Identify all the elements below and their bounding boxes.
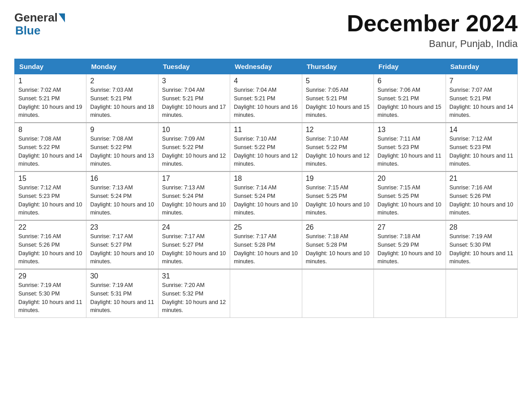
day-info: Sunrise: 7:14 AMSunset: 5:24 PMDaylight:… (234, 184, 297, 216)
calendar-day-cell: 14 Sunrise: 7:12 AMSunset: 5:23 PMDaylig… (446, 123, 517, 171)
calendar-day-cell: 13 Sunrise: 7:11 AMSunset: 5:23 PMDaylig… (374, 123, 446, 171)
calendar-day-cell: 20 Sunrise: 7:15 AMSunset: 5:25 PMDaylig… (374, 171, 446, 220)
calendar-day-cell: 22 Sunrise: 7:16 AMSunset: 5:26 PMDaylig… (15, 220, 86, 269)
day-info: Sunrise: 7:19 AMSunset: 5:30 PMDaylight:… (450, 233, 513, 265)
calendar-day-cell: 24 Sunrise: 7:17 AMSunset: 5:27 PMDaylig… (158, 220, 230, 269)
calendar-day-cell (302, 269, 373, 318)
day-number: 21 (450, 175, 514, 183)
day-info: Sunrise: 7:13 AMSunset: 5:24 PMDaylight:… (162, 184, 226, 216)
calendar-day-cell: 9 Sunrise: 7:08 AMSunset: 5:22 PMDayligh… (86, 123, 158, 171)
calendar-day-cell: 29 Sunrise: 7:19 AMSunset: 5:30 PMDaylig… (15, 269, 86, 318)
day-info: Sunrise: 7:07 AMSunset: 5:21 PMDaylight:… (450, 87, 513, 118)
day-number: 11 (234, 126, 298, 134)
header-friday: Friday (374, 59, 446, 74)
calendar-day-cell: 12 Sunrise: 7:10 AMSunset: 5:22 PMDaylig… (302, 123, 373, 171)
calendar-day-cell: 25 Sunrise: 7:17 AMSunset: 5:28 PMDaylig… (230, 220, 302, 269)
calendar-day-cell: 17 Sunrise: 7:13 AMSunset: 5:24 PMDaylig… (158, 171, 230, 220)
day-number: 27 (378, 223, 442, 231)
day-info: Sunrise: 7:18 AMSunset: 5:29 PMDaylight:… (378, 233, 441, 265)
day-info: Sunrise: 7:06 AMSunset: 5:21 PMDaylight:… (378, 87, 441, 118)
logo: General Blue (14, 11, 65, 38)
day-number: 5 (306, 77, 370, 85)
day-info: Sunrise: 7:09 AMSunset: 5:22 PMDaylight:… (162, 136, 226, 167)
header-wednesday: Wednesday (230, 59, 302, 74)
day-info: Sunrise: 7:08 AMSunset: 5:22 PMDaylight:… (90, 136, 154, 167)
header-sunday: Sunday (15, 59, 86, 74)
calendar-day-cell: 31 Sunrise: 7:20 AMSunset: 5:32 PMDaylig… (158, 269, 230, 318)
day-number: 15 (18, 175, 82, 183)
logo-arrow-icon (59, 13, 65, 22)
day-info: Sunrise: 7:13 AMSunset: 5:24 PMDaylight:… (90, 184, 154, 216)
day-number: 28 (450, 223, 514, 231)
day-number: 24 (162, 223, 226, 231)
day-number: 1 (18, 77, 82, 85)
calendar-day-cell: 15 Sunrise: 7:12 AMSunset: 5:23 PMDaylig… (15, 171, 86, 220)
calendar-day-cell: 3 Sunrise: 7:04 AMSunset: 5:21 PMDayligh… (158, 74, 230, 123)
day-number: 18 (234, 175, 298, 183)
day-info: Sunrise: 7:12 AMSunset: 5:23 PMDaylight:… (18, 184, 82, 216)
logo-blue-text: Blue (15, 24, 40, 38)
title-block: December 2024 Banur, Punjab, India (347, 11, 518, 50)
header-tuesday: Tuesday (158, 59, 230, 74)
day-info: Sunrise: 7:04 AMSunset: 5:21 PMDaylight:… (234, 87, 297, 118)
calendar-day-cell: 4 Sunrise: 7:04 AMSunset: 5:21 PMDayligh… (230, 74, 302, 123)
day-number: 10 (162, 126, 226, 134)
day-info: Sunrise: 7:02 AMSunset: 5:21 PMDaylight:… (18, 87, 82, 118)
day-number: 12 (306, 126, 370, 134)
day-number: 7 (450, 77, 514, 85)
calendar-table: Sunday Monday Tuesday Wednesday Thursday… (14, 59, 518, 318)
day-number: 31 (162, 272, 226, 280)
calendar-day-cell: 16 Sunrise: 7:13 AMSunset: 5:24 PMDaylig… (86, 171, 158, 220)
day-number: 23 (90, 223, 154, 231)
header-monday: Monday (86, 59, 158, 74)
day-info: Sunrise: 7:08 AMSunset: 5:22 PMDaylight:… (18, 136, 82, 167)
day-info: Sunrise: 7:05 AMSunset: 5:21 PMDaylight:… (306, 87, 369, 118)
calendar-day-cell (374, 269, 446, 318)
day-number: 22 (18, 223, 82, 231)
day-info: Sunrise: 7:18 AMSunset: 5:28 PMDaylight:… (306, 233, 369, 265)
day-info: Sunrise: 7:15 AMSunset: 5:25 PMDaylight:… (306, 184, 369, 216)
calendar-week-row: 1 Sunrise: 7:02 AMSunset: 5:21 PMDayligh… (15, 74, 518, 123)
calendar-day-cell: 7 Sunrise: 7:07 AMSunset: 5:21 PMDayligh… (446, 74, 517, 123)
calendar-day-cell: 23 Sunrise: 7:17 AMSunset: 5:27 PMDaylig… (86, 220, 158, 269)
calendar-day-cell: 19 Sunrise: 7:15 AMSunset: 5:25 PMDaylig… (302, 171, 373, 220)
day-number: 26 (306, 223, 370, 231)
calendar-day-cell: 6 Sunrise: 7:06 AMSunset: 5:21 PMDayligh… (374, 74, 446, 123)
day-info: Sunrise: 7:04 AMSunset: 5:21 PMDaylight:… (162, 87, 226, 118)
calendar-day-cell: 30 Sunrise: 7:19 AMSunset: 5:31 PMDaylig… (86, 269, 158, 318)
day-info: Sunrise: 7:16 AMSunset: 5:26 PMDaylight:… (450, 184, 513, 216)
day-info: Sunrise: 7:19 AMSunset: 5:30 PMDaylight:… (18, 282, 82, 313)
calendar-day-cell: 21 Sunrise: 7:16 AMSunset: 5:26 PMDaylig… (446, 171, 517, 220)
day-number: 16 (90, 175, 154, 183)
calendar-day-cell: 28 Sunrise: 7:19 AMSunset: 5:30 PMDaylig… (446, 220, 517, 269)
calendar-week-row: 22 Sunrise: 7:16 AMSunset: 5:26 PMDaylig… (15, 220, 518, 269)
day-info: Sunrise: 7:20 AMSunset: 5:32 PMDaylight:… (162, 282, 226, 313)
calendar-week-row: 29 Sunrise: 7:19 AMSunset: 5:30 PMDaylig… (15, 269, 518, 318)
calendar-week-row: 8 Sunrise: 7:08 AMSunset: 5:22 PMDayligh… (15, 123, 518, 171)
day-info: Sunrise: 7:10 AMSunset: 5:22 PMDaylight:… (306, 136, 369, 167)
day-info: Sunrise: 7:15 AMSunset: 5:25 PMDaylight:… (378, 184, 441, 216)
day-number: 13 (378, 126, 442, 134)
day-number: 30 (90, 272, 154, 280)
day-info: Sunrise: 7:10 AMSunset: 5:22 PMDaylight:… (234, 136, 297, 167)
day-info: Sunrise: 7:19 AMSunset: 5:31 PMDaylight:… (90, 282, 154, 313)
calendar-header-row: Sunday Monday Tuesday Wednesday Thursday… (15, 59, 518, 74)
calendar-week-row: 15 Sunrise: 7:12 AMSunset: 5:23 PMDaylig… (15, 171, 518, 220)
calendar-subtitle: Banur, Punjab, India (347, 38, 518, 50)
day-number: 9 (90, 126, 154, 134)
logo-general-text: General (14, 11, 58, 25)
calendar-day-cell: 27 Sunrise: 7:18 AMSunset: 5:29 PMDaylig… (374, 220, 446, 269)
calendar-title: December 2024 (347, 11, 518, 36)
calendar-day-cell: 2 Sunrise: 7:03 AMSunset: 5:21 PMDayligh… (86, 74, 158, 123)
day-info: Sunrise: 7:17 AMSunset: 5:28 PMDaylight:… (234, 233, 297, 265)
day-info: Sunrise: 7:03 AMSunset: 5:21 PMDaylight:… (90, 87, 154, 118)
day-info: Sunrise: 7:16 AMSunset: 5:26 PMDaylight:… (18, 233, 82, 265)
day-number: 3 (162, 77, 226, 85)
calendar-day-cell: 10 Sunrise: 7:09 AMSunset: 5:22 PMDaylig… (158, 123, 230, 171)
calendar-day-cell: 11 Sunrise: 7:10 AMSunset: 5:22 PMDaylig… (230, 123, 302, 171)
header-thursday: Thursday (302, 59, 373, 74)
day-number: 20 (378, 175, 442, 183)
day-number: 6 (378, 77, 442, 85)
header-saturday: Saturday (446, 59, 517, 74)
page-header: General Blue December 2024 Banur, Punjab… (14, 11, 518, 50)
